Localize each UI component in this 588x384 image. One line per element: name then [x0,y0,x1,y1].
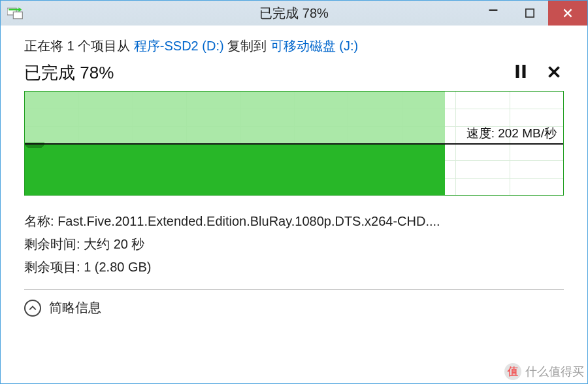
watermark: 值 什么值得买 [504,363,584,380]
copy-progress-icon [7,6,25,20]
details-toggle-label: 简略信息 [49,299,101,317]
maximize-button[interactable] [512,1,548,26]
speed-chart: 速度: 202 MB/秒 [24,91,564,196]
details-toggle[interactable]: 简略信息 [24,299,564,317]
destination-link[interactable]: 可移动磁盘 (J:) [270,39,358,53]
file-copy-dialog: 已完成 78% – 正在将 1 个项目从 程序-SSD2 (D:) 复制到 可移… [0,0,588,384]
detail-items-remaining: 剩余项目: 1 (2.80 GB) [24,256,564,279]
window-controls: – [475,1,587,26]
detail-time-remaining: 剩余时间: 大约 20 秒 [24,233,564,256]
svg-rect-2 [526,9,534,18]
watermark-text: 什么值得买 [525,364,584,379]
chart-fill-upper [25,92,445,143]
titlebar: 已完成 78% – [1,1,587,26]
svg-rect-4 [523,65,526,78]
chart-midline [25,143,563,145]
cancel-button[interactable] [548,65,560,82]
transfer-details: 名称: Fast.Five.2011.Extended.Edition.BluR… [24,210,564,279]
divider [24,289,564,290]
speed-label: 速度: 202 MB/秒 [466,125,557,142]
pause-button[interactable] [515,65,526,82]
source-link[interactable]: 程序-SSD2 (D:) [134,39,224,53]
chart-fill-lower [25,143,445,195]
chevron-up-icon [24,300,41,317]
svg-rect-3 [516,65,519,78]
copy-description: 正在将 1 个项目从 程序-SSD2 (D:) 复制到 可移动磁盘 (J:) [24,37,564,55]
detail-name: 名称: Fast.Five.2011.Extended.Edition.BluR… [24,210,564,233]
progress-controls [515,65,564,82]
dialog-content: 正在将 1 个项目从 程序-SSD2 (D:) 复制到 可移动磁盘 (J:) 已… [1,26,587,383]
svg-rect-1 [13,12,22,18]
progress-status: 已完成 78% [24,61,114,84]
window-title: 已完成 78% [259,5,329,22]
watermark-badge-icon: 值 [504,363,521,380]
close-button[interactable] [548,1,587,26]
status-row: 已完成 78% [24,61,564,84]
minimize-button[interactable]: – [475,1,512,26]
